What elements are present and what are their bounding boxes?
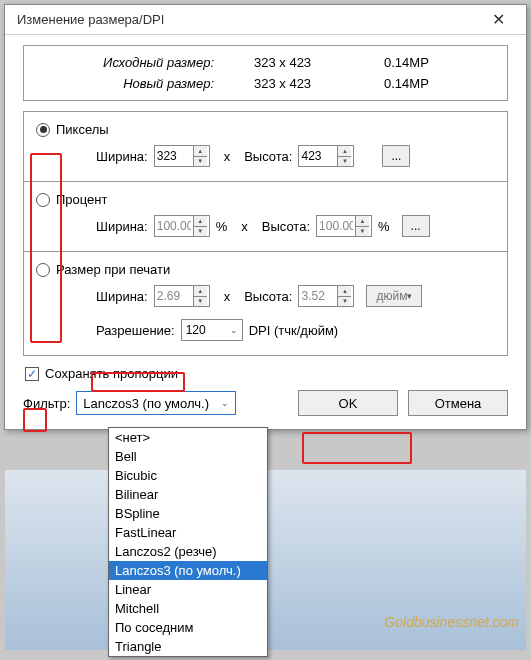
print-width-field[interactable] bbox=[155, 289, 193, 303]
spin-up-icon[interactable]: ▲ bbox=[193, 216, 207, 226]
pixels-width-input[interactable]: ▲▼ bbox=[154, 145, 210, 167]
highlight-box bbox=[302, 432, 412, 464]
filter-option[interactable]: Bell bbox=[109, 447, 267, 466]
pixels-group: Пикселы Ширина: ▲▼ x Высота: ▲▼ ... bbox=[23, 111, 508, 182]
filter-label: Фильтр: bbox=[23, 396, 70, 411]
spin-down-icon[interactable]: ▼ bbox=[193, 296, 207, 307]
resolution-combo[interactable]: 120 ⌄ bbox=[181, 319, 243, 341]
print-width-label: Ширина: bbox=[96, 289, 148, 304]
pixels-radio[interactable] bbox=[36, 123, 50, 137]
percent-more-button[interactable]: ... bbox=[402, 215, 430, 237]
print-unit-button[interactable]: дюйм▾ bbox=[366, 285, 422, 307]
resolution-value: 120 bbox=[186, 323, 206, 337]
print-width-input[interactable]: ▲▼ bbox=[154, 285, 210, 307]
new-mp-value: 0.14MP bbox=[384, 76, 454, 91]
resolution-label: Разрешение: bbox=[96, 323, 175, 338]
new-size-label: Новый размер: bbox=[44, 76, 254, 91]
keep-aspect-label: Сохранять пропорции bbox=[45, 366, 178, 381]
percent-sign: % bbox=[378, 219, 390, 234]
percent-group: Процент Ширина: ▲▼ % x Высота: ▲▼ % ... bbox=[23, 182, 508, 252]
percent-radio[interactable] bbox=[36, 193, 50, 207]
filter-option[interactable]: FastLinear bbox=[109, 523, 267, 542]
spin-up-icon[interactable]: ▲ bbox=[337, 286, 351, 296]
spin-down-icon[interactable]: ▼ bbox=[337, 296, 351, 307]
filter-option[interactable]: Triangle bbox=[109, 637, 267, 656]
close-button[interactable]: ✕ bbox=[478, 8, 518, 32]
spin-up-icon[interactable]: ▲ bbox=[337, 146, 351, 156]
percent-sign: % bbox=[216, 219, 228, 234]
filter-option[interactable]: Linear bbox=[109, 580, 267, 599]
spin-down-icon[interactable]: ▼ bbox=[337, 156, 351, 167]
source-size-value: 323 x 423 bbox=[254, 55, 384, 70]
keep-aspect-checkbox[interactable]: ✓ bbox=[25, 367, 39, 381]
pixels-radio-label: Пикселы bbox=[56, 122, 109, 137]
watermark-text: Goldbusinessnet.com bbox=[384, 614, 519, 630]
pixels-height-field[interactable] bbox=[299, 149, 337, 163]
chevron-down-icon: ⌄ bbox=[230, 325, 238, 335]
new-size-row: Новый размер: 323 x 423 0.14MP bbox=[44, 73, 487, 94]
filter-option[interactable]: BSpline bbox=[109, 504, 267, 523]
spin-up-icon[interactable]: ▲ bbox=[355, 216, 369, 226]
filter-dropdown[interactable]: <нет>BellBicubicBilinearBSplineFastLinea… bbox=[108, 427, 268, 657]
spin-up-icon[interactable]: ▲ bbox=[193, 286, 207, 296]
pixels-width-field[interactable] bbox=[155, 149, 193, 163]
percent-width-field[interactable] bbox=[155, 219, 193, 233]
resolution-row: Разрешение: 120 ⌄ DPI (тчк/дюйм) bbox=[36, 319, 495, 341]
pixels-height-label: Высота: bbox=[244, 149, 292, 164]
keep-aspect-row: ✓ Сохранять пропорции bbox=[25, 366, 508, 381]
print-height-field[interactable] bbox=[299, 289, 337, 303]
chevron-down-icon: ▾ bbox=[407, 291, 412, 301]
print-fields: Ширина: ▲▼ x Высота: ▲▼ дюйм▾ bbox=[36, 285, 495, 307]
dialog-body: Исходный размер: 323 x 423 0.14MP Новый … bbox=[5, 35, 526, 429]
filter-option[interactable]: Bicubic bbox=[109, 466, 267, 485]
spin-up-icon[interactable]: ▲ bbox=[193, 146, 207, 156]
source-mp-value: 0.14MP bbox=[384, 55, 454, 70]
pixels-width-label: Ширина: bbox=[96, 149, 148, 164]
dialog-buttons: OK Отмена bbox=[298, 390, 508, 416]
filter-option[interactable]: Lanczos3 (по умолч.) bbox=[109, 561, 267, 580]
chevron-down-icon: ⌄ bbox=[221, 398, 229, 408]
x-separator: x bbox=[224, 289, 231, 304]
ok-button[interactable]: OK bbox=[298, 390, 398, 416]
pixels-height-input[interactable]: ▲▼ bbox=[298, 145, 354, 167]
filter-selected: Lanczos3 (по умолч.) bbox=[83, 396, 209, 411]
pixels-more-button[interactable]: ... bbox=[382, 145, 410, 167]
x-separator: x bbox=[224, 149, 231, 164]
resize-dialog: Изменение размера/DPI ✕ Исходный размер:… bbox=[4, 4, 527, 430]
percent-fields: Ширина: ▲▼ % x Высота: ▲▼ % ... bbox=[36, 215, 495, 237]
print-radio[interactable] bbox=[36, 263, 50, 277]
percent-width-input[interactable]: ▲▼ bbox=[154, 215, 210, 237]
new-size-value: 323 x 423 bbox=[254, 76, 384, 91]
filter-combo[interactable]: Lanczos3 (по умолч.) ⌄ bbox=[76, 391, 236, 415]
print-radio-label: Размер при печати bbox=[56, 262, 170, 277]
print-group: Размер при печати Ширина: ▲▼ x Высота: ▲… bbox=[23, 252, 508, 356]
window-title: Изменение размера/DPI bbox=[17, 12, 164, 27]
percent-height-field[interactable] bbox=[317, 219, 355, 233]
pixels-fields: Ширина: ▲▼ x Высота: ▲▼ ... bbox=[36, 145, 495, 167]
titlebar: Изменение размера/DPI ✕ bbox=[5, 5, 526, 35]
spin-down-icon[interactable]: ▼ bbox=[355, 226, 369, 237]
source-size-row: Исходный размер: 323 x 423 0.14MP bbox=[44, 52, 487, 73]
size-info-box: Исходный размер: 323 x 423 0.14MP Новый … bbox=[23, 45, 508, 101]
print-height-input[interactable]: ▲▼ bbox=[298, 285, 354, 307]
percent-radio-row: Процент bbox=[36, 192, 495, 207]
cancel-button[interactable]: Отмена bbox=[408, 390, 508, 416]
percent-radio-label: Процент bbox=[56, 192, 107, 207]
dpi-label: DPI (тчк/дюйм) bbox=[249, 323, 339, 338]
percent-height-input[interactable]: ▲▼ bbox=[316, 215, 372, 237]
x-separator: x bbox=[241, 219, 248, 234]
pixels-radio-row: Пикселы bbox=[36, 122, 495, 137]
filter-option[interactable]: По соседним bbox=[109, 618, 267, 637]
filter-option[interactable]: Bilinear bbox=[109, 485, 267, 504]
spin-down-icon[interactable]: ▼ bbox=[193, 156, 207, 167]
filter-option[interactable]: <нет> bbox=[109, 428, 267, 447]
print-radio-row: Размер при печати bbox=[36, 262, 495, 277]
filter-option[interactable]: Lanczos2 (резче) bbox=[109, 542, 267, 561]
source-size-label: Исходный размер: bbox=[44, 55, 254, 70]
print-height-label: Высота: bbox=[244, 289, 292, 304]
filter-option[interactable]: Mitchell bbox=[109, 599, 267, 618]
percent-height-label: Высота: bbox=[262, 219, 310, 234]
spin-down-icon[interactable]: ▼ bbox=[193, 226, 207, 237]
percent-width-label: Ширина: bbox=[96, 219, 148, 234]
